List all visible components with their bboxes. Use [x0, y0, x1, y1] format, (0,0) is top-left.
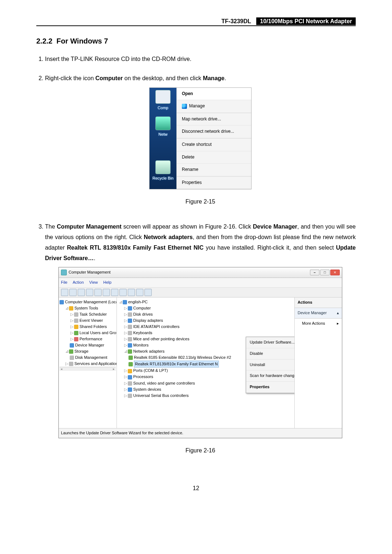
dev-display[interactable]: ▷Display adapters [118, 317, 293, 324]
menu-help[interactable]: Help [103, 280, 112, 284]
network-label: Netw [158, 131, 167, 138]
tree-root[interactable]: Computer Management (Local [60, 299, 116, 305]
maximize-button[interactable]: □ [320, 270, 330, 275]
page-number: 12 [36, 485, 356, 492]
ctx-delete[interactable]: Delete [177, 151, 251, 164]
ctx-update-driver[interactable]: Update Driver Software... [246, 337, 295, 348]
tree-task[interactable]: ▷Task Scheduler [60, 311, 116, 317]
step-2: Right-click the icon Computer on the des… [45, 73, 356, 207]
app-icon [61, 270, 67, 275]
ctx-open[interactable]: Open [177, 88, 251, 100]
menu-file[interactable]: File [61, 280, 68, 284]
tree-local[interactable]: ▷Local Users and Groups [60, 330, 116, 336]
recycle-label: Recycle Bin [152, 175, 173, 182]
ctx-map-drive[interactable]: Map network drive... [177, 113, 251, 126]
close-button[interactable]: ✕ [330, 270, 340, 275]
tree-event[interactable]: ▷Event Viewer [60, 317, 116, 324]
tree-storage[interactable]: ⊿Storage [60, 348, 116, 354]
shield-icon [182, 104, 187, 109]
minimize-button[interactable]: ‒ [310, 270, 319, 275]
section-heading: 2.2.2 For Windows 7 [36, 37, 356, 45]
menu-action[interactable]: Action [73, 280, 84, 284]
actions-header: Actions [295, 297, 342, 308]
figure-2-16: Computer Management ‒ □ ✕ File Action Vi… [58, 267, 342, 438]
figure-2-15-caption: Figure 2-15 [45, 197, 356, 207]
desktop-column: Comp Netw Recycle Bin [150, 88, 176, 189]
recycle-icon[interactable] [155, 160, 171, 174]
collapse-icon: ▴ [337, 309, 339, 317]
tool-fwd-icon[interactable] [69, 289, 77, 296]
figure-2-16-caption: Figure 2-16 [45, 446, 356, 456]
chevron-right-icon: ▸ [337, 320, 339, 327]
device-context-menu: Update Driver Software... Disable Uninst… [246, 337, 295, 393]
ctx-rename[interactable]: Rename [177, 164, 251, 176]
tree-services[interactable]: ▷Services and Applications [60, 361, 116, 367]
model-code: TF-3239DL [221, 18, 251, 24]
ctx-properties[interactable]: Properties [177, 177, 251, 189]
ctx-manage[interactable]: Manage [177, 100, 251, 113]
tool-prop-icon[interactable] [86, 289, 93, 296]
tool-a-icon[interactable] [119, 289, 127, 296]
tree-devmgr[interactable]: Device Manager [60, 342, 116, 348]
actions-sub[interactable]: Device Manager▴ [295, 308, 342, 319]
tree-shared[interactable]: ▷Shared Folders [60, 324, 116, 330]
menu-view[interactable]: View [89, 280, 98, 284]
context-menu: Open Manage Map network drive... Disconn… [176, 88, 251, 189]
network-icon[interactable] [155, 116, 171, 130]
tool-b-icon[interactable] [128, 289, 135, 296]
menu-bar: File Action View Help [59, 278, 342, 288]
step-1: Insert the TP-LINK Resource CD into the … [45, 54, 356, 65]
dev-diskdrv[interactable]: ▷Disk drives [118, 311, 293, 317]
dev-keyb[interactable]: ▷Keyboards [118, 330, 293, 336]
dev-ide[interactable]: ▷IDE ATA/ATAPI controllers [118, 324, 293, 330]
tree-systools[interactable]: ⊿System Tools [60, 305, 116, 311]
window-title: Computer Management [69, 269, 111, 276]
ctx-uninstall[interactable]: Uninstall [246, 360, 295, 371]
computer-label: Comp [158, 104, 168, 112]
tool-scan-icon[interactable] [111, 289, 118, 296]
actions-more[interactable]: More Actions▸ [295, 319, 342, 329]
step-3: The Computer Management screen will appe… [45, 222, 356, 456]
status-bar: Launches the Update Driver Software Wiza… [59, 428, 342, 438]
tree-perf[interactable]: ▷Performance [60, 336, 116, 342]
tree-disk[interactable]: Disk Management [60, 354, 116, 361]
actions-pane: Actions Device Manager▴ More Actions▸ [295, 297, 342, 428]
instruction-list: Insert the TP-LINK Resource CD into the … [36, 54, 356, 456]
tool-bar [59, 288, 342, 297]
dev-usb[interactable]: ▷Universal Serial Bus controllers [118, 393, 293, 399]
left-pane: Computer Management (Local ⊿System Tools… [59, 297, 117, 428]
tool-help-icon[interactable] [103, 289, 110, 296]
ctx-scan[interactable]: Scan for hardware changes [246, 370, 295, 382]
ctx-create-shortcut[interactable]: Create shortcut [177, 139, 251, 151]
figure-2-15: Comp Netw Recycle Bin Open Manage Map ne… [149, 87, 252, 190]
center-pane: ⊿english-PC ▷Computer ▷Disk drives ▷Disp… [117, 297, 295, 428]
tool-up-icon[interactable] [78, 289, 85, 296]
dev-root[interactable]: ⊿english-PC [118, 299, 293, 305]
tool-refresh-icon[interactable] [94, 289, 102, 296]
tool-c-icon[interactable] [136, 289, 143, 296]
product-name: 10/100Mbps PCI Network Adapter [256, 17, 356, 25]
page-header: TF-3239DL 10/100Mbps PCI Network Adapter [36, 18, 356, 26]
dev-computer[interactable]: ▷Computer [118, 305, 293, 311]
computer-icon[interactable] [155, 90, 171, 104]
ctx-disable[interactable]: Disable [246, 348, 295, 360]
window-titlebar: Computer Management ‒ □ ✕ [59, 267, 342, 278]
tool-d-icon[interactable] [144, 289, 152, 296]
ctx-properties[interactable]: Properties [246, 382, 295, 393]
tool-back-icon[interactable] [61, 289, 68, 296]
ctx-disconnect-drive[interactable]: Disconnect network drive... [177, 126, 251, 138]
left-scrollbar[interactable]: ◂▸ [60, 367, 116, 371]
